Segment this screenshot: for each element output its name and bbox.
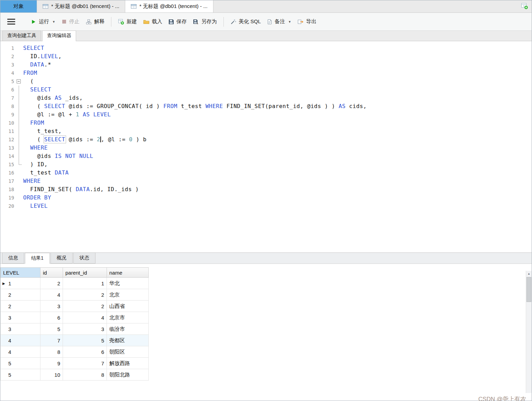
column-header-parent_id[interactable]: parent_id	[63, 268, 107, 278]
tab-query-builder[interactable]: 查询创建工具	[2, 30, 41, 41]
menu-button[interactable]	[7, 19, 15, 25]
code-token: DATA	[76, 186, 90, 193]
editor-line[interactable]: 18 FIND_IN_SET( DATA.id, ID._ids )	[0, 185, 532, 194]
tab-objects-label: 对象	[13, 3, 24, 10]
cell-parent_id[interactable]: 5	[63, 335, 107, 346]
cell-parent_id[interactable]: 6	[63, 346, 107, 358]
cell-parent_id[interactable]: 1	[63, 278, 107, 289]
tab-profile[interactable]: 概况	[51, 252, 73, 264]
tab-result-1[interactable]: 结果1	[25, 253, 50, 264]
tab-objects[interactable]: 对象	[0, 0, 37, 12]
line-number: 16	[0, 169, 14, 177]
cell-name[interactable]: 朝阳北路	[107, 369, 149, 381]
cell-id[interactable]: 3	[40, 301, 63, 312]
explain-button[interactable]: 解释	[83, 16, 108, 27]
save-as-button[interactable]: 另存为	[190, 16, 220, 27]
vertical-scrollbar[interactable]: ▲	[526, 271, 532, 393]
code-token: 0	[129, 136, 132, 143]
cell-id[interactable]: 2	[40, 278, 63, 289]
cell-parent_id[interactable]: 2	[63, 301, 107, 312]
cell-level[interactable]: 3	[1, 323, 40, 335]
editor-line[interactable]: 19ORDER BY	[0, 194, 532, 202]
column-header-level[interactable]: LEVEL	[1, 268, 40, 278]
cell-name[interactable]: 山西省	[107, 301, 149, 312]
editor-line[interactable]: 7 @ids AS _ids,	[0, 94, 532, 102]
editor-line[interactable]: 1SELECT	[0, 44, 532, 52]
editor-line[interactable]: 9 @l := @l + 1 AS LEVEL	[0, 110, 532, 119]
cell-parent_id[interactable]: 3	[63, 323, 107, 335]
cell-level[interactable]: 2	[1, 301, 40, 312]
editor-line[interactable]: 16 t_test DATA	[0, 169, 532, 177]
cell-id[interactable]: 10	[40, 369, 63, 381]
column-header-id[interactable]: id	[40, 268, 63, 278]
editor-line[interactable]: 10 FROM	[0, 119, 532, 127]
column-header-name[interactable]: name	[107, 268, 149, 278]
editor-line[interactable]: 14 @ids IS NOT NULL	[0, 152, 532, 160]
editor-line[interactable]: 4FROM	[0, 69, 532, 77]
stop-button[interactable]: 停止	[58, 16, 83, 27]
cell-id[interactable]: 6	[40, 312, 63, 323]
fold-toggle-icon[interactable]	[14, 77, 23, 86]
editor-line[interactable]: 6 SELECT	[0, 86, 532, 94]
cell-level[interactable]: 3	[1, 312, 40, 323]
new-tab-button[interactable]	[521, 2, 528, 11]
cell-id[interactable]: 4	[40, 289, 63, 301]
cell-name[interactable]: 北京	[107, 289, 149, 301]
info-tab-label: 信息	[8, 255, 18, 260]
tab-status[interactable]: 状态	[73, 252, 95, 264]
editor-line[interactable]: 15 ) ID,	[0, 160, 532, 169]
cell-level[interactable]: 4	[1, 335, 40, 346]
beautify-label: 美化 SQL	[239, 18, 261, 25]
code-line-text: ID.LEVEL,	[23, 52, 62, 61]
line-number: 11	[0, 127, 14, 135]
cell-value: 5	[8, 360, 11, 366]
tab-query-2[interactable]: * 无标题 @db01 (tencent) - ...	[125, 0, 213, 12]
cell-name[interactable]: 解放西路	[107, 358, 149, 369]
sql-editor[interactable]: 1SELECT2 ID.LEVEL,3 DATA.*4FROM5 (6 SELE…	[0, 41, 532, 252]
editor-line[interactable]: 17WHERE	[0, 177, 532, 185]
cell-parent_id[interactable]: 4	[63, 312, 107, 323]
scrollbar-thumb[interactable]	[526, 277, 531, 302]
load-button[interactable]: 载入	[140, 16, 165, 27]
editor-line[interactable]: 13 WHERE	[0, 144, 532, 152]
editor-line[interactable]: 20 LEVEL	[0, 202, 532, 210]
cell-level[interactable]: 5	[1, 369, 40, 381]
cell-id[interactable]: 9	[40, 358, 63, 369]
run-dropdown-icon[interactable]: ▼	[52, 20, 55, 24]
comment-dropdown-icon[interactable]: ▼	[288, 20, 291, 24]
cell-parent_id[interactable]: 8	[63, 369, 107, 381]
export-button[interactable]: 导出	[294, 16, 320, 27]
cell-parent_id[interactable]: 2	[63, 289, 107, 301]
run-button[interactable]: 运行 ▼	[28, 16, 58, 27]
line-number: 13	[0, 144, 14, 152]
cell-level[interactable]: 4	[1, 346, 40, 358]
beautify-sql-button[interactable]: 美化 SQL	[227, 16, 264, 27]
cell-name[interactable]: 北京市	[107, 312, 149, 323]
editor-line[interactable]: 3 DATA.*	[0, 61, 532, 69]
tab-info[interactable]: 信息	[2, 252, 24, 264]
editor-line[interactable]: 2 ID.LEVEL,	[0, 52, 532, 61]
tab-query-1[interactable]: * 无标题 @db01 (tencent) - ...	[37, 0, 125, 12]
scrollbar-up-arrow[interactable]: ▲	[526, 271, 532, 277]
cell-name[interactable]: 临汾市	[107, 323, 149, 335]
cell-id[interactable]: 7	[40, 335, 63, 346]
fold-gutter	[14, 135, 23, 144]
cell-name[interactable]: 华北	[107, 278, 149, 289]
cell-id[interactable]: 8	[40, 346, 63, 358]
save-button[interactable]: 保存	[165, 16, 190, 27]
code-line-text: SELECT	[23, 86, 51, 94]
editor-line[interactable]: 12 ( SELECT @ids := 2, @l := 0 ) b	[0, 135, 532, 144]
cell-name[interactable]: 朝阳区	[107, 346, 149, 358]
cell-id[interactable]: 5	[40, 323, 63, 335]
cell-level[interactable]: 2	[1, 289, 40, 301]
comment-button[interactable]: 备注 ▼	[264, 16, 294, 27]
cell-parent_id[interactable]: 7	[63, 358, 107, 369]
new-query-button[interactable]: 新建	[115, 16, 140, 27]
cell-level[interactable]: 5	[1, 358, 40, 369]
cell-name[interactable]: 尧都区	[107, 335, 149, 346]
cell-level[interactable]: ▶1	[1, 278, 40, 289]
editor-line[interactable]: 8 ( SELECT @ids := GROUP_CONCAT( id ) FR…	[0, 102, 532, 110]
tab-query-editor[interactable]: 查询编辑器	[42, 30, 76, 41]
editor-line[interactable]: 11 t_test,	[0, 127, 532, 135]
editor-line[interactable]: 5 (	[0, 77, 532, 86]
